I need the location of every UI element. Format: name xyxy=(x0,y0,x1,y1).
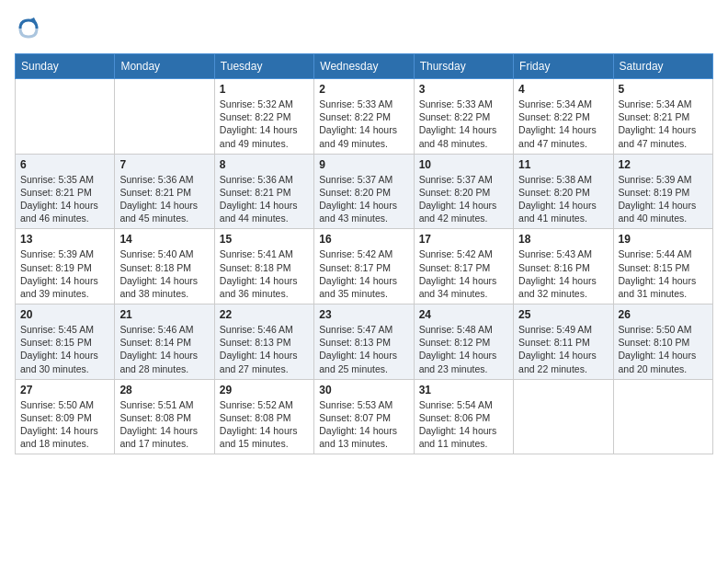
calendar-cell: 13 Sunrise: 5:39 AM Sunset: 8:19 PM Dayl… xyxy=(16,229,115,304)
sunrise-text: Sunrise: 5:39 AM xyxy=(20,248,94,259)
sunset-text: Sunset: 8:22 PM xyxy=(319,111,391,122)
sunset-text: Sunset: 8:13 PM xyxy=(220,337,291,348)
sunrise-text: Sunrise: 5:48 AM xyxy=(419,324,493,335)
calendar-cell: 24 Sunrise: 5:48 AM Sunset: 8:12 PM Dayl… xyxy=(414,304,513,380)
day-info: Sunrise: 5:50 AM Sunset: 8:10 PM Dayligh… xyxy=(619,323,708,375)
sunset-text: Sunset: 8:22 PM xyxy=(518,111,590,122)
calendar-cell: 20 Sunrise: 5:45 AM Sunset: 8:15 PM Dayl… xyxy=(16,304,115,380)
weekday-header-thursday: Thursday xyxy=(414,54,513,79)
calendar-cell xyxy=(514,379,613,454)
sunset-text: Sunset: 8:06 PM xyxy=(419,412,491,423)
sunrise-text: Sunrise: 5:37 AM xyxy=(319,174,392,185)
calendar-cell: 4 Sunrise: 5:34 AM Sunset: 8:22 PM Dayli… xyxy=(514,79,613,155)
day-number: 6 xyxy=(20,158,109,171)
day-info: Sunrise: 5:52 AM Sunset: 8:08 PM Dayligh… xyxy=(220,398,309,451)
day-number: 11 xyxy=(518,158,608,171)
calendar-cell xyxy=(16,79,115,155)
day-info: Sunrise: 5:34 AM Sunset: 8:21 PM Dayligh… xyxy=(619,98,708,150)
calendar-cell: 10 Sunrise: 5:37 AM Sunset: 8:20 PM Dayl… xyxy=(414,154,513,229)
daylight-text: Daylight: 14 hours and 44 minutes. xyxy=(220,200,298,224)
day-info: Sunrise: 5:34 AM Sunset: 8:22 PM Dayligh… xyxy=(518,98,608,150)
day-info: Sunrise: 5:50 AM Sunset: 8:09 PM Dayligh… xyxy=(20,398,109,451)
sunset-text: Sunset: 8:22 PM xyxy=(220,111,291,122)
calendar-cell: 12 Sunrise: 5:39 AM Sunset: 8:19 PM Dayl… xyxy=(613,154,712,229)
daylight-text: Daylight: 14 hours and 23 minutes. xyxy=(419,350,497,373)
calendar-cell: 16 Sunrise: 5:42 AM Sunset: 8:17 PM Dayl… xyxy=(314,229,414,304)
logo-icon xyxy=(15,15,42,42)
sunrise-text: Sunrise: 5:34 AM xyxy=(518,98,592,109)
sunset-text: Sunset: 8:20 PM xyxy=(419,187,491,198)
sunset-text: Sunset: 8:21 PM xyxy=(619,111,690,122)
day-info: Sunrise: 5:42 AM Sunset: 8:17 PM Dayligh… xyxy=(419,247,508,300)
daylight-text: Daylight: 14 hours and 36 minutes. xyxy=(220,275,298,299)
daylight-text: Daylight: 14 hours and 13 minutes. xyxy=(319,425,397,449)
day-info: Sunrise: 5:33 AM Sunset: 8:22 PM Dayligh… xyxy=(319,98,408,150)
day-info: Sunrise: 5:33 AM Sunset: 8:22 PM Dayligh… xyxy=(419,98,508,150)
weekday-header-row: SundayMondayTuesdayWednesdayThursdayFrid… xyxy=(16,54,713,79)
day-info: Sunrise: 5:47 AM Sunset: 8:13 PM Dayligh… xyxy=(319,323,408,375)
daylight-text: Daylight: 14 hours and 48 minutes. xyxy=(419,124,497,148)
sunrise-text: Sunrise: 5:43 AM xyxy=(518,248,592,259)
sunset-text: Sunset: 8:19 PM xyxy=(619,187,690,198)
sunrise-text: Sunrise: 5:39 AM xyxy=(619,174,692,185)
daylight-text: Daylight: 14 hours and 27 minutes. xyxy=(220,350,298,373)
calendar-cell: 8 Sunrise: 5:36 AM Sunset: 8:21 PM Dayli… xyxy=(214,154,313,229)
daylight-text: Daylight: 14 hours and 40 minutes. xyxy=(619,200,697,224)
sunset-text: Sunset: 8:15 PM xyxy=(20,337,92,348)
sunrise-text: Sunrise: 5:36 AM xyxy=(220,174,293,185)
calendar-cell: 22 Sunrise: 5:46 AM Sunset: 8:13 PM Dayl… xyxy=(214,304,313,380)
sunset-text: Sunset: 8:08 PM xyxy=(119,412,191,423)
daylight-text: Daylight: 14 hours and 28 minutes. xyxy=(119,350,198,373)
calendar-cell: 7 Sunrise: 5:36 AM Sunset: 8:21 PM Dayli… xyxy=(115,154,214,229)
calendar-table: SundayMondayTuesdayWednesdayThursdayFrid… xyxy=(15,53,713,454)
weekday-header-tuesday: Tuesday xyxy=(214,54,313,79)
calendar-cell: 23 Sunrise: 5:47 AM Sunset: 8:13 PM Dayl… xyxy=(314,304,414,380)
day-info: Sunrise: 5:46 AM Sunset: 8:14 PM Dayligh… xyxy=(119,323,209,375)
day-info: Sunrise: 5:36 AM Sunset: 8:21 PM Dayligh… xyxy=(119,173,209,225)
day-number: 22 xyxy=(220,308,309,321)
daylight-text: Daylight: 14 hours and 49 minutes. xyxy=(319,124,397,148)
sunset-text: Sunset: 8:12 PM xyxy=(419,337,491,348)
daylight-text: Daylight: 14 hours and 47 minutes. xyxy=(518,124,597,148)
day-number: 14 xyxy=(119,233,209,246)
calendar-week-row: 1 Sunrise: 5:32 AM Sunset: 8:22 PM Dayli… xyxy=(16,79,713,155)
sunset-text: Sunset: 8:18 PM xyxy=(119,262,191,273)
day-info: Sunrise: 5:39 AM Sunset: 8:19 PM Dayligh… xyxy=(619,173,708,225)
daylight-text: Daylight: 14 hours and 20 minutes. xyxy=(619,350,697,373)
sunset-text: Sunset: 8:21 PM xyxy=(119,187,191,198)
calendar-cell: 9 Sunrise: 5:37 AM Sunset: 8:20 PM Dayli… xyxy=(314,154,414,229)
calendar-cell: 5 Sunrise: 5:34 AM Sunset: 8:21 PM Dayli… xyxy=(613,79,712,155)
calendar-cell: 14 Sunrise: 5:40 AM Sunset: 8:18 PM Dayl… xyxy=(115,229,214,304)
calendar-cell: 25 Sunrise: 5:49 AM Sunset: 8:11 PM Dayl… xyxy=(514,304,613,380)
sunrise-text: Sunrise: 5:45 AM xyxy=(20,324,94,335)
sunset-text: Sunset: 8:20 PM xyxy=(319,187,391,198)
sunrise-text: Sunrise: 5:41 AM xyxy=(220,248,293,259)
calendar-cell: 1 Sunrise: 5:32 AM Sunset: 8:22 PM Dayli… xyxy=(214,79,313,155)
sunrise-text: Sunrise: 5:37 AM xyxy=(419,174,493,185)
sunrise-text: Sunrise: 5:50 AM xyxy=(619,324,692,335)
sunset-text: Sunset: 8:18 PM xyxy=(220,262,291,273)
weekday-header-friday: Friday xyxy=(514,54,613,79)
calendar-cell: 6 Sunrise: 5:35 AM Sunset: 8:21 PM Dayli… xyxy=(16,154,115,229)
day-number: 15 xyxy=(220,233,309,246)
sunrise-text: Sunrise: 5:42 AM xyxy=(319,248,392,259)
daylight-text: Daylight: 14 hours and 22 minutes. xyxy=(518,350,597,373)
calendar-week-row: 27 Sunrise: 5:50 AM Sunset: 8:09 PM Dayl… xyxy=(16,379,713,454)
day-info: Sunrise: 5:54 AM Sunset: 8:06 PM Dayligh… xyxy=(419,398,508,451)
sunrise-text: Sunrise: 5:36 AM xyxy=(119,174,193,185)
daylight-text: Daylight: 14 hours and 25 minutes. xyxy=(319,350,397,373)
sunset-text: Sunset: 8:11 PM xyxy=(518,337,590,348)
sunset-text: Sunset: 8:17 PM xyxy=(319,262,391,273)
sunset-text: Sunset: 8:16 PM xyxy=(518,262,590,273)
day-info: Sunrise: 5:51 AM Sunset: 8:08 PM Dayligh… xyxy=(119,398,209,451)
sunset-text: Sunset: 8:22 PM xyxy=(419,111,491,122)
day-info: Sunrise: 5:35 AM Sunset: 8:21 PM Dayligh… xyxy=(20,173,109,225)
sunset-text: Sunset: 8:13 PM xyxy=(319,337,391,348)
day-number: 12 xyxy=(619,158,708,171)
day-number: 25 xyxy=(518,308,608,321)
calendar-cell xyxy=(613,379,712,454)
day-number: 18 xyxy=(518,233,608,246)
day-number: 21 xyxy=(119,308,209,321)
daylight-text: Daylight: 14 hours and 46 minutes. xyxy=(20,200,98,224)
daylight-text: Daylight: 14 hours and 47 minutes. xyxy=(619,124,697,148)
